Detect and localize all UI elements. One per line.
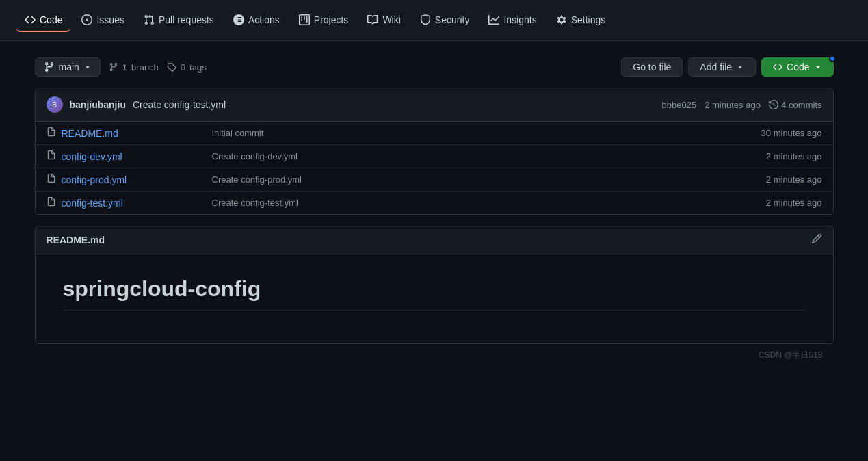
branch-count-label: branch (131, 62, 159, 73)
file-commit-0[interactable]: Initial commit (212, 128, 720, 138)
nav-item-insights[interactable]: Insights (480, 9, 544, 32)
tag-count-link[interactable]: 0 tags (167, 62, 207, 73)
add-file-button[interactable]: Add file (688, 57, 756, 77)
footer: CSDN @半日518 (35, 344, 834, 367)
file-name-1[interactable]: config-dev.yml (62, 151, 212, 162)
projects-icon (299, 14, 310, 25)
file-icon-0 (47, 127, 56, 139)
readme-title: README.md (47, 235, 105, 246)
branch-count-number: 1 (122, 62, 127, 73)
nav-item-pull-requests[interactable]: Pull requests (135, 9, 222, 32)
nav-item-settings[interactable]: Settings (548, 9, 614, 32)
tag-count-number: 0 (181, 62, 185, 73)
branch-current: main (59, 62, 79, 73)
nav-label-pull-requests: Pull requests (159, 14, 214, 25)
nav-label-projects: Projects (314, 14, 349, 25)
table-row: README.md Initial commit 30 minutes ago (36, 122, 833, 145)
latest-commit-row: B banjiubanjiu Create config-test.yml bb… (36, 88, 833, 122)
avatar-image: B (47, 96, 63, 113)
nav-item-security[interactable]: Security (412, 9, 478, 32)
chevron-down-icon-code (814, 63, 822, 71)
goto-file-button[interactable]: Go to file (621, 57, 683, 77)
table-row: config-prod.yml Create config-prod.yml 2… (36, 168, 833, 192)
goto-file-label: Go to file (633, 62, 671, 73)
file-table: B banjiubanjiu Create config-test.yml bb… (35, 88, 834, 215)
file-commit-3[interactable]: Create config-test.yml (212, 198, 720, 208)
commit-info-left: B banjiubanjiu Create config-test.yml (47, 96, 226, 113)
file-time-2: 2 minutes ago (720, 174, 822, 185)
file-commit-2[interactable]: Create config-prod.yml (212, 174, 720, 185)
footer-text: CSDN @半日518 (759, 350, 823, 360)
nav-item-wiki[interactable]: Wiki (359, 9, 408, 32)
commits-link[interactable]: 4 commits (769, 100, 822, 110)
code-angle-icon (773, 62, 782, 72)
nav-item-code[interactable]: Code (16, 9, 70, 32)
file-icon-3 (47, 197, 56, 209)
file-name-2[interactable]: config-prod.yml (62, 174, 212, 185)
file-time-1: 2 minutes ago (720, 151, 822, 161)
history-icon (769, 100, 778, 109)
commit-info-right: bbbe025 2 minutes ago 4 commits (662, 100, 822, 110)
actions-icon (233, 14, 244, 25)
shield-icon (420, 14, 431, 25)
edit-pencil-icon[interactable] (811, 233, 822, 247)
author-avatar: B (47, 96, 63, 113)
branch-bar: main 1 branch (35, 57, 834, 77)
code-button-label: Code (787, 62, 809, 73)
file-icon-1 (47, 150, 56, 162)
file-icon-2 (47, 174, 56, 185)
nav-label-issues: Issues (96, 14, 124, 25)
nav-label-code: Code (40, 14, 62, 25)
chevron-down-icon (83, 63, 92, 71)
main-content: main 1 branch (24, 41, 845, 383)
code-button[interactable]: Code (761, 57, 833, 77)
code-icon (25, 14, 36, 25)
notification-dot (829, 55, 836, 62)
commit-message[interactable]: Create config-test.yml (133, 99, 226, 110)
branch-icon (44, 62, 55, 73)
readme-heading: springcloud-config (63, 276, 806, 311)
commit-time: 2 minutes ago (705, 100, 761, 110)
insights-icon (488, 14, 499, 25)
nav-label-security: Security (435, 14, 470, 25)
issues-icon (81, 14, 92, 25)
pull-request-icon (144, 14, 155, 25)
tag-count-label: tags (189, 62, 207, 73)
file-time-0: 30 minutes ago (720, 128, 822, 138)
top-navigation: Code Issues Pull requests Actions (0, 0, 868, 41)
nav-label-insights: Insights (503, 14, 536, 25)
table-row: config-dev.yml Create config-dev.yml 2 m… (36, 145, 833, 168)
wiki-icon (367, 14, 378, 25)
readme-box: README.md springcloud-config (35, 226, 834, 344)
nav-label-wiki: Wiki (382, 14, 400, 25)
add-file-label: Add file (700, 62, 732, 73)
table-row: config-test.yml Create config-test.yml 2… (36, 192, 833, 214)
file-name-3[interactable]: config-test.yml (62, 198, 212, 209)
commit-count: 4 (781, 100, 786, 110)
gear-icon (556, 14, 567, 25)
nav-label-actions: Actions (248, 14, 280, 25)
commit-author[interactable]: banjiubanjiu (70, 99, 126, 110)
branch-count-link[interactable]: 1 branch (109, 62, 159, 73)
readme-content: springcloud-config (36, 254, 833, 343)
branch-bar-right: Go to file Add file Code (621, 57, 833, 77)
file-name-0[interactable]: README.md (62, 128, 212, 139)
nav-label-settings: Settings (571, 14, 606, 25)
branch-selector[interactable]: main (35, 57, 101, 77)
readme-header: README.md (36, 226, 833, 254)
chevron-down-icon-add (736, 63, 744, 71)
branch-count-icon (109, 62, 118, 72)
commit-hash[interactable]: bbbe025 (662, 100, 697, 110)
file-commit-1[interactable]: Create config-dev.yml (212, 151, 720, 161)
file-time-3: 2 minutes ago (720, 198, 822, 208)
nav-item-issues[interactable]: Issues (73, 9, 132, 32)
nav-item-projects[interactable]: Projects (291, 9, 357, 32)
branch-bar-left: main 1 branch (35, 57, 207, 77)
nav-item-actions[interactable]: Actions (225, 9, 288, 32)
tag-icon (167, 62, 176, 72)
commit-count-label: commits (789, 100, 821, 110)
